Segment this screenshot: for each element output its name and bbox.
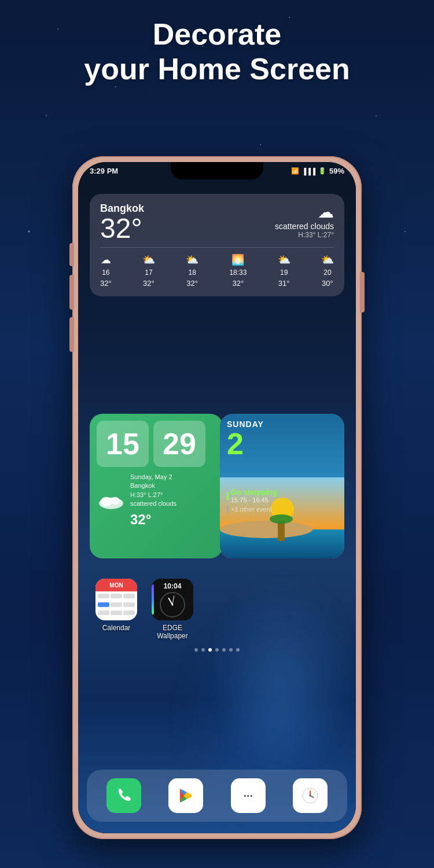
calendar-app-icon-wrap[interactable]: MON — [95, 579, 137, 632]
cloud-icon — [97, 491, 126, 511]
page-dot-3 — [208, 648, 212, 652]
svg-rect-7 — [278, 521, 285, 541]
cal-event-1: Go shopping 15:75 - 16:45 — [227, 488, 337, 503]
edge-color-strip — [152, 584, 154, 615]
clock-digits: 15 29 — [97, 421, 216, 467]
svg-point-6 — [220, 521, 312, 538]
page-dot-1 — [194, 648, 198, 652]
svg-point-12 — [310, 795, 311, 797]
cal-events: Go shopping 15:75 - 16:45 +1 other event — [227, 488, 337, 513]
page-dot-4 — [215, 648, 219, 652]
weather-hl: H:33° L:27° — [275, 231, 334, 239]
cal-date: 2 — [227, 429, 337, 459]
headline-line2: your Home Screen — [0, 52, 434, 87]
edge-app-icon-wrap[interactable]: 10:04 EDGEWallpaper — [152, 579, 193, 640]
edge-time-display: 10:04 — [164, 582, 182, 590]
dock-clock-icon[interactable] — [293, 778, 328, 813]
messages-dots: ··· — [243, 789, 253, 803]
weather-condition: scattered clouds — [275, 222, 334, 231]
notch — [171, 162, 263, 179]
dock-messages-icon[interactable]: ··· — [231, 778, 266, 813]
forecast-3: 🌅 18:33 32° — [229, 253, 247, 288]
page-dots — [194, 648, 240, 652]
event-bar-2 — [227, 505, 229, 513]
weather-left: Bangkok 32° — [100, 203, 144, 242]
weather-forecast: ☁ 16 32° ⛅ 17 32° ⛅ 18 32° — [100, 247, 334, 288]
headline: Decorate your Home Screen — [0, 17, 434, 87]
play-store-icon — [177, 787, 194, 804]
phone-screen: 3:29 PM 📶 ▐▐▐ 🔋 59% Bangkok 32° ☁ — [78, 162, 356, 833]
phone-frame: 3:29 PM 📶 ▐▐▐ 🔋 59% Bangkok 32° ☁ — [72, 156, 362, 839]
edge-app-label: EDGEWallpaper — [157, 624, 188, 640]
svg-point-2 — [110, 497, 120, 505]
page-dot-7 — [236, 648, 240, 652]
headline-line1: Decorate — [0, 17, 434, 52]
bottom-dock: ··· — [87, 770, 347, 822]
edge-clock-face — [160, 592, 185, 617]
phone-icon — [115, 787, 133, 804]
clock-hour: 15 — [97, 421, 149, 467]
clock-icon — [301, 787, 319, 804]
app-icons-row: MON — [95, 579, 193, 640]
battery-percent: 59% — [329, 167, 344, 175]
page-dot-6 — [229, 648, 233, 652]
clock-weather-widget[interactable]: 15 29 Sunday, May 2 Bangkok H:33° L:27° … — [90, 414, 223, 558]
widget-hl: H:33° L:27° — [130, 491, 176, 499]
status-time: 3:29 PM — [90, 167, 118, 175]
wifi-icon: 📶 — [291, 167, 299, 175]
event-bar-1 — [227, 492, 229, 500]
forecast-4: ⛅ 19 31° — [278, 253, 290, 288]
dock-playstore-icon[interactable] — [168, 778, 203, 813]
clock-center — [172, 604, 174, 605]
widget-weather-info: Sunday, May 2 Bangkok H:33° L:27° scatte… — [97, 473, 216, 529]
widget-condition: scattered clouds — [130, 499, 176, 508]
status-right-icons: 📶 ▐▐▐ 🔋 59% — [291, 167, 344, 175]
clock-minute: 29 — [153, 421, 205, 467]
volume-up-button — [69, 275, 74, 310]
widget-temp: 32° — [130, 510, 176, 529]
battery-icon: 🔋 — [318, 167, 326, 175]
dock-phone-icon[interactable] — [106, 778, 141, 813]
page-dot-5 — [222, 648, 226, 652]
page-dot-2 — [201, 648, 205, 652]
event-1-title: Go shopping — [231, 488, 277, 496]
weather-temp: 32° — [100, 215, 144, 242]
weather-right: ☁ scattered clouds H:33° L:27° — [275, 203, 334, 239]
event-2-other: +1 other event — [231, 506, 272, 513]
edge-app-icon[interactable]: 10:04 — [152, 579, 193, 620]
cal-event-2: +1 other event — [227, 505, 337, 513]
forecast-2: ⛅ 18 32° — [186, 253, 198, 288]
calendar-app-icon[interactable]: MON — [95, 579, 137, 620]
forecast-5: ⛅ 20 30° — [321, 253, 334, 288]
calendar-app-label: Calendar — [102, 624, 131, 632]
widget-weather-text: Sunday, May 2 Bangkok H:33° L:27° scatte… — [130, 473, 176, 529]
weather-top: Bangkok 32° ☁ scattered clouds H:33° L:2… — [100, 203, 334, 242]
weather-cloud-icon: ☁ — [275, 203, 334, 222]
forecast-1: ⛅ 17 32° — [142, 253, 155, 288]
widget-date: Sunday, May 2 — [130, 473, 176, 481]
mute-button — [69, 243, 74, 266]
cal-content: SUNDAY 2 Go shopping 15:75 - 16:45 — [220, 414, 344, 521]
power-button — [360, 272, 365, 312]
event-1-time: 15:75 - 16:45 — [231, 496, 277, 503]
widget-city: Bangkok — [130, 481, 176, 490]
volume-down-button — [69, 317, 74, 352]
signal-icon: ▐▐▐ — [302, 168, 315, 175]
weather-widget[interactable]: Bangkok 32° ☁ scattered clouds H:33° L:2… — [90, 194, 344, 296]
phone-inner: 3:29 PM 📶 ▐▐▐ 🔋 59% Bangkok 32° ☁ — [78, 162, 356, 833]
calendar-date-widget[interactable]: SUNDAY 2 Go shopping 15:75 - 16:45 — [220, 414, 344, 558]
nebula-bg2 — [211, 573, 356, 775]
forecast-0: ☁ 16 32° — [100, 253, 112, 288]
